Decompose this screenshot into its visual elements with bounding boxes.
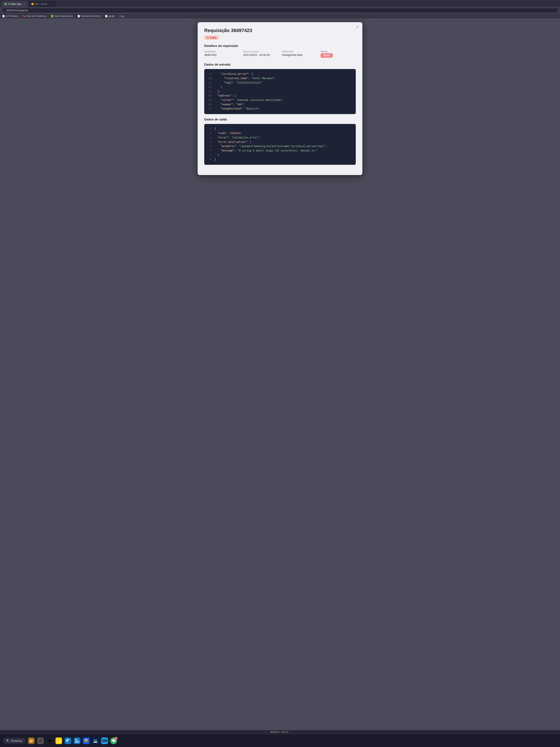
line-number: 12 xyxy=(208,85,212,89)
bookmark-previdencia[interactable]: 🔖 Guia da Previdência... xyxy=(23,15,48,18)
line-content: "neighborhood": "Bauxita", xyxy=(214,107,261,111)
code-line: 5 "property": "/payment/banking_billet/c… xyxy=(208,144,352,149)
bookmark-label-google: google xyxy=(108,15,115,18)
line-content: "number": "909", xyxy=(214,103,245,107)
line-number: 17 xyxy=(208,107,212,111)
taskbar-icon-store[interactable]: 🏪 xyxy=(74,738,80,744)
code-line: 7 } xyxy=(208,153,352,157)
bookmark-label-secretaria: Secretaria de Estad... xyxy=(81,15,102,18)
line-number: 5 xyxy=(208,144,212,149)
bookmark-qua[interactable]: — qua xyxy=(118,15,124,18)
status-badge-falha: ⚠ Falha xyxy=(204,35,219,40)
bookmark-secretaria[interactable]: 📄 Secretaria de Estad... xyxy=(77,15,102,18)
bottom-strip-id: 38496070 xyxy=(270,731,279,733)
detail-grid: Identificador 38497423 Data de criação 1… xyxy=(204,50,356,58)
line-number: 14 xyxy=(208,94,212,98)
taskbar-icon-pancakes[interactable]: 🥞 xyxy=(28,738,34,744)
line-content: { xyxy=(214,127,216,131)
code-line: 4 "error_description": { xyxy=(208,140,352,145)
method-badge-post: POST xyxy=(321,53,333,58)
bookmark-label-qua: — qua xyxy=(118,15,124,18)
code-block-input[interactable]: 9 "juridical_person": {10 "corporate_nam… xyxy=(204,69,356,114)
detail-metodo: Método POST xyxy=(321,50,356,58)
taskview-icon: ⬛ xyxy=(38,739,43,743)
address-bar-row: ...89352/homologacao xyxy=(0,7,560,14)
code-line: 2 "code": 3500034, xyxy=(208,131,352,136)
tab-close-gmaps[interactable]: × xyxy=(23,3,25,5)
search-icon: 🔍 xyxy=(6,739,9,742)
line-content: "address": { xyxy=(214,94,236,98)
tab-favicon-test xyxy=(31,3,34,5)
taskbar-icon-vscode[interactable]: ⌨ xyxy=(101,738,108,744)
code-line: 13 }, xyxy=(208,89,352,94)
taskbar-icon-taskview[interactable]: ⬛ xyxy=(37,738,44,744)
line-number: 13 xyxy=(208,89,212,94)
line-content: "property": "/payment/banking_billet/cus… xyxy=(214,144,327,149)
tab-label-test: test - Cloud... xyxy=(35,3,49,5)
taskbar-icon-windows[interactable]: ❖ xyxy=(46,738,53,744)
line-number: 11 xyxy=(208,81,212,85)
line-content: "cnpj": "121212121212112" xyxy=(214,81,262,85)
value-data-criacao: 18/11/2024 - 15:32:52 xyxy=(243,53,278,56)
bookmark-icon-secretaria: 📄 xyxy=(77,15,80,18)
line-number: 9 xyxy=(208,72,212,76)
line-number: 4 xyxy=(208,140,212,145)
code-line: 10 "corporate_name": "Vitor Marques", xyxy=(208,76,352,81)
section-title-details: Detalhes da requisição xyxy=(204,44,356,48)
search-placeholder: Pesquisar xyxy=(11,739,22,742)
pancakes-icon: 🥞 xyxy=(29,739,34,743)
line-content: "error_description": { xyxy=(214,140,251,145)
code-block-output[interactable]: 1{2 "code": 3500034,3 "error": "validati… xyxy=(204,124,356,164)
line-number: 15 xyxy=(208,98,212,103)
line-number: 3 xyxy=(208,136,212,140)
modal-title: Requisição 38497423 xyxy=(204,28,356,33)
vscode-icon: ⌨ xyxy=(102,739,107,743)
tab-bar: G Maps App × test - Cloud... × xyxy=(0,0,560,7)
code-line: 6 "message": "A string é muito longa (15… xyxy=(208,149,352,153)
taskbar-icon-fileexplorer[interactable]: 📁 xyxy=(55,738,62,744)
line-content: "code": 3500034, xyxy=(214,131,242,136)
windows-taskbar: 🔍 Pesquisar 🥞 ⬛ ❖ 📁 🌊 🏪 📦 💻 ⌨ 💬 11 xyxy=(0,734,560,747)
code-line: 3 "error": "validation_error", xyxy=(208,136,352,140)
taskbar-icon-terminal[interactable]: 💻 xyxy=(92,738,99,744)
taskbar-icon-dropbox[interactable]: 📦 xyxy=(83,738,89,744)
value-webservice: /charge/one-step xyxy=(282,53,317,56)
bookmarks-bar: 📄 do Professor... 🔖 Guia da Previdência.… xyxy=(0,14,560,19)
windows-icon: ❖ xyxy=(48,738,52,743)
code-line: 11 "cnpj": "121212121212112" xyxy=(208,81,352,85)
line-number: 8 xyxy=(208,157,212,162)
taskbar-search-box[interactable]: 🔍 Pesquisar xyxy=(3,738,25,744)
content-area: × Requisição 38497423 ⚠ Falha Detalhes d… xyxy=(0,19,560,730)
bookmark-google[interactable]: 📄 google xyxy=(105,15,115,18)
code-line: 8} xyxy=(208,157,352,162)
taskbar-icon-whatsapp[interactable]: 💬 11 xyxy=(110,738,117,744)
address-bar[interactable]: ...89352/homologacao xyxy=(2,8,558,13)
bookmark-securit[interactable]: 🟩 https://www.securit... xyxy=(51,15,74,18)
tab-label-gmaps: G Maps App xyxy=(8,3,21,5)
line-content: }, xyxy=(214,89,221,94)
tab-test[interactable]: test - Cloud... × xyxy=(28,1,55,7)
modal-close-button[interactable]: × xyxy=(356,25,359,29)
line-number: 1 xyxy=(208,127,212,131)
detail-data-criacao: Data de criação 18/11/2024 - 15:32:52 xyxy=(243,50,278,58)
bookmark-icon-previdencia: 🔖 xyxy=(23,15,25,18)
tab-gmaps[interactable]: G Maps App × xyxy=(1,1,28,7)
code-line: 14 "address": { xyxy=(208,94,352,98)
code-line: 15 "street": "Avenida Juscelino Kubitsch… xyxy=(208,98,352,103)
line-content: "juridical_person": { xyxy=(214,72,253,76)
bookmark-professor[interactable]: 📄 do Professor... xyxy=(2,15,20,18)
bottom-strip-date: 18/11/2... xyxy=(281,731,290,733)
bookmark-label-securit: https://www.securit... xyxy=(54,15,74,18)
detail-identificador: Identificador 38497423 xyxy=(204,50,239,58)
label-identificador: Identificador xyxy=(204,50,239,53)
code-line: 16 "number": "909", xyxy=(208,103,352,107)
bookmark-icon-professor: 📄 xyxy=(2,15,5,18)
line-number: 2 xyxy=(208,131,212,136)
line-number: 7 xyxy=(208,153,212,157)
tab-favicon-gmaps xyxy=(4,3,7,5)
line-content: "message": "A string é muito longa (15 c… xyxy=(214,149,318,153)
tab-close-test[interactable]: × xyxy=(51,3,53,5)
browser-chrome: G Maps App × test - Cloud... × ...89352/… xyxy=(0,0,560,19)
taskbar-icon-edge[interactable]: 🌊 xyxy=(64,738,71,744)
warning-icon: ⚠ xyxy=(207,36,209,39)
